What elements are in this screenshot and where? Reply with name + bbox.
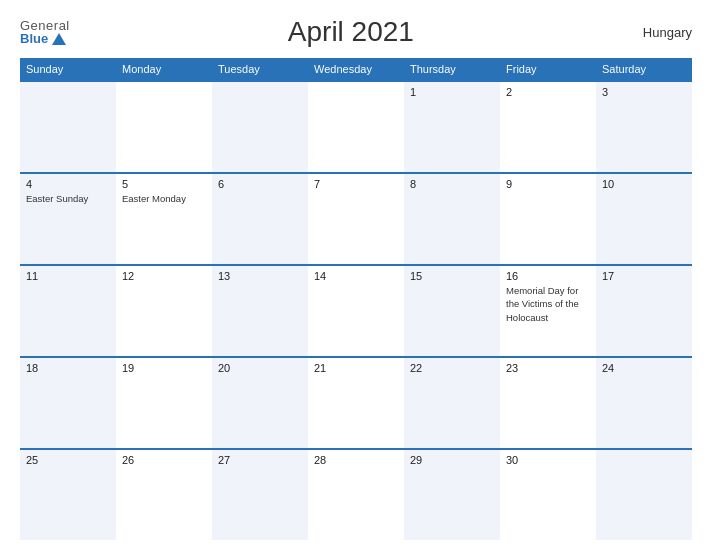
calendar-grid: SundayMondayTuesdayWednesdayThursdayFrid… <box>20 58 692 540</box>
logo: General Blue <box>20 19 70 45</box>
day-header-friday: Friday <box>500 58 596 80</box>
day-number: 20 <box>218 362 302 374</box>
day-number: 18 <box>26 362 110 374</box>
day-cell: 27 <box>212 450 308 540</box>
logo-triangle-icon <box>52 33 66 45</box>
day-number: 17 <box>602 270 686 282</box>
day-number: 12 <box>122 270 206 282</box>
day-number: 25 <box>26 454 110 466</box>
day-number: 10 <box>602 178 686 190</box>
day-cell: 10 <box>596 174 692 264</box>
day-cell: 16Memorial Day for the Victims of the Ho… <box>500 266 596 356</box>
day-number: 19 <box>122 362 206 374</box>
weeks-container: 1234Easter Sunday5Easter Monday678910111… <box>20 80 692 540</box>
day-cell: 25 <box>20 450 116 540</box>
day-number: 16 <box>506 270 590 282</box>
day-cell: 12 <box>116 266 212 356</box>
day-header-thursday: Thursday <box>404 58 500 80</box>
header: General Blue April 2021 Hungary <box>20 16 692 48</box>
day-cell: 20 <box>212 358 308 448</box>
country-name: Hungary <box>632 25 692 40</box>
day-cell: 15 <box>404 266 500 356</box>
day-number: 11 <box>26 270 110 282</box>
day-cell: 4Easter Sunday <box>20 174 116 264</box>
day-number: 23 <box>506 362 590 374</box>
day-cell <box>596 450 692 540</box>
day-cell: 6 <box>212 174 308 264</box>
day-cell <box>212 82 308 172</box>
day-number: 5 <box>122 178 206 190</box>
day-number: 9 <box>506 178 590 190</box>
day-header-tuesday: Tuesday <box>212 58 308 80</box>
day-cell: 8 <box>404 174 500 264</box>
day-number: 8 <box>410 178 494 190</box>
day-cell: 17 <box>596 266 692 356</box>
day-cell: 19 <box>116 358 212 448</box>
day-number: 13 <box>218 270 302 282</box>
day-number: 21 <box>314 362 398 374</box>
day-header-monday: Monday <box>116 58 212 80</box>
week-row-0: 123 <box>20 80 692 172</box>
day-event: Easter Sunday <box>26 193 88 204</box>
day-number: 28 <box>314 454 398 466</box>
day-number: 1 <box>410 86 494 98</box>
calendar-title: April 2021 <box>70 16 632 48</box>
day-cell: 18 <box>20 358 116 448</box>
day-cell: 9 <box>500 174 596 264</box>
day-number: 6 <box>218 178 302 190</box>
day-number: 3 <box>602 86 686 98</box>
day-header-saturday: Saturday <box>596 58 692 80</box>
day-cell: 23 <box>500 358 596 448</box>
day-cell: 14 <box>308 266 404 356</box>
day-number: 24 <box>602 362 686 374</box>
day-event: Easter Monday <box>122 193 186 204</box>
day-cell: 2 <box>500 82 596 172</box>
week-row-4: 252627282930 <box>20 448 692 540</box>
day-number: 29 <box>410 454 494 466</box>
day-cell: 28 <box>308 450 404 540</box>
day-cell: 22 <box>404 358 500 448</box>
day-number: 22 <box>410 362 494 374</box>
day-header-wednesday: Wednesday <box>308 58 404 80</box>
day-number: 4 <box>26 178 110 190</box>
week-row-3: 18192021222324 <box>20 356 692 448</box>
day-number: 2 <box>506 86 590 98</box>
logo-blue-text: Blue <box>20 32 66 45</box>
week-row-1: 4Easter Sunday5Easter Monday678910 <box>20 172 692 264</box>
day-cell: 13 <box>212 266 308 356</box>
day-cell: 11 <box>20 266 116 356</box>
day-cell <box>20 82 116 172</box>
day-number: 14 <box>314 270 398 282</box>
day-number: 27 <box>218 454 302 466</box>
day-cell <box>308 82 404 172</box>
day-cell: 5Easter Monday <box>116 174 212 264</box>
day-number: 7 <box>314 178 398 190</box>
day-cell: 29 <box>404 450 500 540</box>
day-cell: 24 <box>596 358 692 448</box>
day-cell: 21 <box>308 358 404 448</box>
day-headers-row: SundayMondayTuesdayWednesdayThursdayFrid… <box>20 58 692 80</box>
day-cell: 1 <box>404 82 500 172</box>
day-event: Memorial Day for the Victims of the Holo… <box>506 285 579 323</box>
calendar-page: General Blue April 2021 Hungary SundayMo… <box>0 0 712 550</box>
day-cell: 30 <box>500 450 596 540</box>
day-header-sunday: Sunday <box>20 58 116 80</box>
day-cell <box>116 82 212 172</box>
week-row-2: 111213141516Memorial Day for the Victims… <box>20 264 692 356</box>
day-cell: 26 <box>116 450 212 540</box>
day-number: 15 <box>410 270 494 282</box>
day-cell: 7 <box>308 174 404 264</box>
day-number: 26 <box>122 454 206 466</box>
day-cell: 3 <box>596 82 692 172</box>
day-number: 30 <box>506 454 590 466</box>
